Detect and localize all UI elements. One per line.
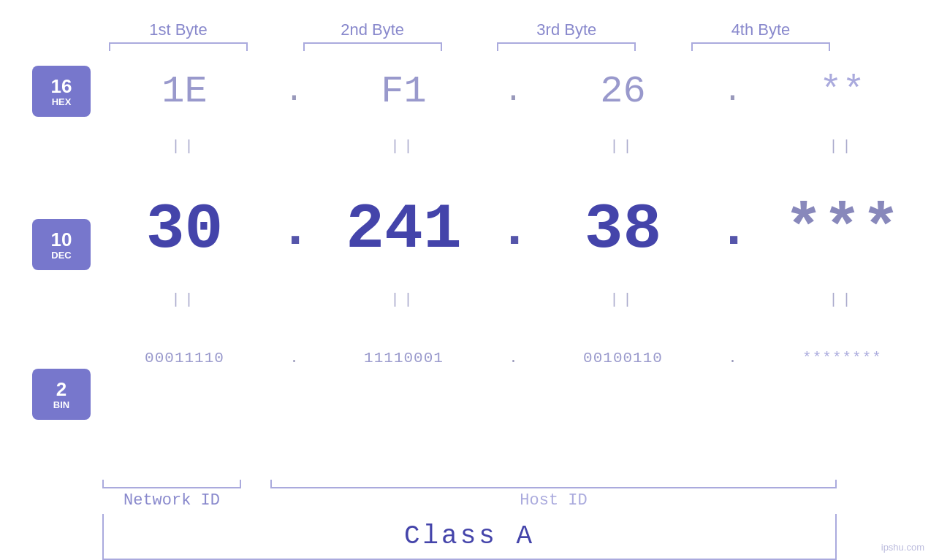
- network-bracket: [102, 480, 241, 488]
- hex-badge-label: HEX: [52, 97, 72, 107]
- bin-b1: 00011110: [115, 350, 254, 367]
- dec-d3: .: [718, 200, 748, 260]
- eq1-b4: ||: [773, 138, 912, 155]
- bin-badge-label: BIN: [53, 400, 69, 410]
- hex-d3: .: [718, 73, 748, 110]
- dec-b1: 30: [115, 198, 254, 262]
- hex-row: 1E . F1 . 26 . **: [102, 51, 924, 131]
- content-area: 16 HEX 10 DEC 2: [0, 51, 939, 478]
- bin-row: 00011110 . 11110001 . 00100110 . *******…: [102, 321, 924, 394]
- byte4-header: 4th Byte: [691, 20, 830, 39]
- class-label: Class A: [404, 521, 535, 551]
- eq1-b1: ||: [115, 138, 254, 155]
- bin-badge-wrapper: 2 BIN: [20, 358, 102, 431]
- dec-badge-num: 10: [51, 230, 72, 249]
- dec-d1: .: [280, 200, 309, 260]
- eq-row-2: || || || ||: [102, 285, 924, 314]
- dec-badge-label: DEC: [51, 250, 71, 260]
- class-section: Class A: [102, 514, 837, 560]
- byte1-header: 1st Byte: [109, 20, 248, 39]
- dec-row: 30 . 241 . 38 . ***: [102, 175, 924, 285]
- dec-b3: 38: [554, 198, 693, 262]
- bin-b2: 11110001: [335, 350, 474, 367]
- class-section-wrapper: Class A: [0, 514, 939, 560]
- bracket-3: [497, 42, 636, 51]
- id-labels: Network ID Host ID: [0, 491, 939, 510]
- dec-b4: ***: [773, 198, 912, 262]
- hex-d1: .: [280, 73, 309, 110]
- main-container: 1st Byte 2nd Byte 3rd Byte 4th Byte 16 H…: [0, 0, 939, 560]
- byte2-header: 2nd Byte: [303, 20, 442, 39]
- dec-badge: 10 DEC: [32, 219, 91, 270]
- eq2-b1: ||: [115, 291, 254, 308]
- dec-d2: .: [499, 200, 528, 260]
- bin-d1: .: [280, 350, 309, 367]
- host-bracket: [270, 480, 837, 488]
- bottom-section: [0, 480, 939, 488]
- badges-column: 16 HEX 10 DEC 2: [0, 51, 102, 478]
- eq2-b3: ||: [554, 291, 693, 308]
- rows-container: 1E . F1 . 26 . ** || || || ||: [102, 51, 939, 478]
- bin-badge-num: 2: [56, 380, 66, 399]
- hex-badge-wrapper: 16 HEX: [20, 51, 102, 131]
- host-id-label: Host ID: [270, 491, 837, 510]
- eq2-b2: ||: [335, 291, 474, 308]
- hex-b3: 26: [554, 70, 693, 113]
- bracket-1: [109, 42, 248, 51]
- eq1-b2: ||: [335, 138, 474, 155]
- dec-b2: 241: [335, 198, 474, 262]
- hex-b2: F1: [335, 70, 474, 113]
- top-brackets: [0, 42, 939, 51]
- watermark: ipshu.com: [881, 542, 924, 553]
- hex-d2: .: [499, 73, 528, 110]
- eq-row-1: || || || ||: [102, 131, 924, 161]
- hex-b1: 1E: [115, 70, 254, 113]
- byte3-header: 3rd Byte: [497, 20, 636, 39]
- hex-b4: **: [773, 70, 912, 113]
- dec-badge-wrapper: 10 DEC: [20, 190, 102, 299]
- bracket-2: [303, 42, 442, 51]
- hex-badge-num: 16: [51, 77, 72, 96]
- byte-headers: 1st Byte 2nd Byte 3rd Byte 4th Byte: [0, 20, 939, 39]
- bin-d2: .: [499, 350, 528, 367]
- bin-badge: 2 BIN: [32, 369, 91, 420]
- bin-d3: .: [718, 350, 748, 367]
- bin-b4: ********: [773, 350, 912, 367]
- eq1-b3: ||: [554, 138, 693, 155]
- bin-b3: 00100110: [554, 350, 693, 367]
- bracket-4: [691, 42, 830, 51]
- eq2-b4: ||: [773, 291, 912, 308]
- hex-badge: 16 HEX: [32, 66, 91, 117]
- network-id-label: Network ID: [102, 491, 241, 510]
